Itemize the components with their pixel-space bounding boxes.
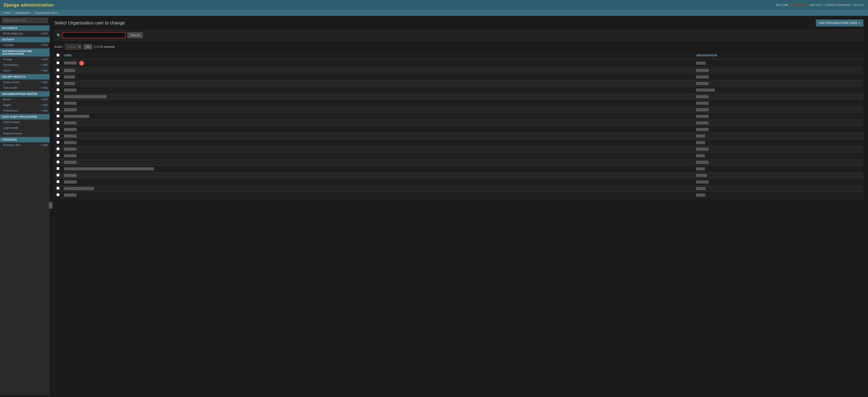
breadcrumb-home[interactable]: Home bbox=[4, 11, 11, 15]
sidebar-item-pages[interactable]: Pages + Add bbox=[0, 102, 50, 108]
sidebar-add-task-results[interactable]: + Add bbox=[40, 86, 48, 89]
row-checkbox[interactable] bbox=[57, 68, 59, 72]
sidebar-link-users[interactable]: Users bbox=[3, 69, 10, 72]
sidebar-item-boundary-files[interactable]: Boundary files + Add bbox=[0, 142, 50, 148]
row-checkbox[interactable] bbox=[57, 187, 59, 190]
sidebar-link-group-results[interactable]: Group results bbox=[3, 81, 20, 84]
row-user-cell[interactable] bbox=[62, 113, 694, 120]
row-user-cell[interactable] bbox=[62, 159, 694, 166]
row-checkbox[interactable] bbox=[57, 174, 59, 176]
sidebar-item-task-results[interactable]: Task results + Add bbox=[0, 85, 50, 91]
select-all-header[interactable] bbox=[54, 52, 62, 59]
row-checkbox-cell[interactable] bbox=[54, 192, 62, 198]
sidebar-link-crud-events[interactable]: CRUD events bbox=[3, 121, 20, 124]
sidebar-add-users[interactable]: + Add bbox=[40, 69, 48, 72]
row-checkbox-cell[interactable] bbox=[54, 172, 62, 179]
sidebar-link-blocks[interactable]: Blocks bbox=[3, 98, 11, 101]
sidebar-item-group-results[interactable]: Group results + Add bbox=[0, 80, 50, 85]
go-button[interactable]: Go bbox=[84, 44, 92, 49]
view-site-link[interactable]: VIEW SITE bbox=[809, 4, 822, 6]
sidebar-add-groups[interactable]: + Add bbox=[40, 58, 48, 61]
row-checkbox-cell[interactable] bbox=[54, 113, 62, 120]
row-checkbox[interactable] bbox=[57, 193, 59, 196]
row-checkbox-cell[interactable] bbox=[54, 120, 62, 126]
row-user-cell[interactable] bbox=[62, 126, 694, 133]
row-checkbox[interactable] bbox=[57, 88, 59, 91]
row-checkbox[interactable] bbox=[57, 121, 59, 124]
select-all-checkbox[interactable] bbox=[57, 54, 59, 57]
row-checkbox-cell[interactable] bbox=[54, 87, 62, 93]
sidebar-item-request-events[interactable]: Request events bbox=[0, 131, 50, 137]
sidebar-item-users[interactable]: Users + Add bbox=[0, 68, 50, 74]
action-select[interactable]: --------- bbox=[65, 44, 82, 50]
row-checkbox[interactable] bbox=[57, 102, 59, 104]
sidebar-link-permissions[interactable]: Permissions bbox=[3, 63, 18, 66]
row-checkbox[interactable] bbox=[57, 95, 59, 98]
sidebar-add-preferences[interactable]: + Add bbox=[40, 109, 48, 112]
breadcrumb-stakeholder[interactable]: Stakeholder bbox=[15, 11, 30, 15]
row-user-cell[interactable] bbox=[62, 192, 694, 198]
search-input[interactable] bbox=[62, 32, 126, 38]
row-checkbox-cell[interactable] bbox=[54, 107, 62, 113]
sidebar-add-activities[interactable]: + Add bbox=[40, 44, 48, 47]
sidebar-item-preferences[interactable]: Preferences + Add bbox=[0, 108, 50, 114]
sidebar-add-blocks[interactable]: + Add bbox=[40, 98, 48, 101]
row-user-cell[interactable] bbox=[62, 107, 694, 113]
sidebar-add-pages[interactable]: + Add bbox=[40, 104, 48, 107]
row-checkbox[interactable] bbox=[57, 147, 59, 150]
sidebar-item-blocks[interactable]: Blocks + Add bbox=[0, 97, 50, 102]
sidebar-link-groups[interactable]: Groups bbox=[3, 58, 12, 61]
row-checkbox-cell[interactable] bbox=[54, 59, 62, 67]
row-checkbox-cell[interactable] bbox=[54, 67, 62, 74]
site-title[interactable]: Django administration bbox=[4, 2, 54, 8]
sidebar-add-boundary-files[interactable]: + Add bbox=[40, 143, 48, 147]
row-user-cell[interactable] bbox=[62, 80, 694, 87]
row-checkbox[interactable] bbox=[57, 141, 59, 144]
row-checkbox-cell[interactable] bbox=[54, 74, 62, 80]
row-checkbox[interactable] bbox=[57, 180, 59, 183]
row-checkbox-cell[interactable] bbox=[54, 186, 62, 192]
sidebar-link-pages[interactable]: Pages bbox=[3, 104, 11, 107]
sidebar-item-groups[interactable]: Groups + Add bbox=[0, 57, 50, 62]
row-user-cell[interactable] bbox=[62, 152, 694, 159]
row-user-cell[interactable] bbox=[62, 87, 694, 93]
row-checkbox-cell[interactable] bbox=[54, 159, 62, 166]
row-checkbox-cell[interactable] bbox=[54, 100, 62, 107]
row-checkbox-cell[interactable] bbox=[54, 93, 62, 100]
row-checkbox[interactable] bbox=[57, 134, 59, 137]
sidebar-item-permissions[interactable]: Permissions + Add bbox=[0, 62, 50, 68]
search-button[interactable]: Search bbox=[127, 32, 143, 38]
row-user-cell[interactable] bbox=[62, 133, 694, 139]
row-user-cell[interactable]: 1 bbox=[62, 59, 694, 67]
row-user-cell[interactable] bbox=[62, 172, 694, 179]
sidebar-collapse-button[interactable]: « bbox=[49, 202, 53, 209]
sidebar-link-activities[interactable]: Activities bbox=[3, 44, 14, 47]
row-user-cell[interactable] bbox=[62, 166, 694, 172]
col-organisation[interactable]: ORGANISATION bbox=[694, 52, 864, 59]
add-organisation-user-button[interactable]: ADD ORGANISATION USER + bbox=[816, 20, 864, 27]
log-out-link[interactable]: LOG OUT bbox=[853, 4, 864, 6]
sidebar-item-login-events[interactable]: Login events bbox=[0, 125, 50, 131]
row-checkbox-cell[interactable] bbox=[54, 126, 62, 133]
sidebar-add-email-addresses[interactable]: + Add bbox=[40, 32, 48, 35]
sidebar-link-boundary-files[interactable]: Boundary files bbox=[3, 143, 20, 147]
row-user-cell[interactable] bbox=[62, 74, 694, 80]
row-checkbox[interactable] bbox=[57, 75, 59, 78]
row-checkbox-cell[interactable] bbox=[54, 80, 62, 87]
sidebar-filter-input[interactable] bbox=[2, 18, 48, 23]
row-checkbox-cell[interactable] bbox=[54, 139, 62, 146]
row-user-cell[interactable] bbox=[62, 186, 694, 192]
row-checkbox-cell[interactable] bbox=[54, 146, 62, 152]
row-user-cell[interactable] bbox=[62, 93, 694, 100]
row-checkbox[interactable] bbox=[57, 161, 59, 163]
sidebar-add-group-results[interactable]: + Add bbox=[40, 81, 48, 84]
row-checkbox-cell[interactable] bbox=[54, 179, 62, 186]
row-user-cell[interactable] bbox=[62, 120, 694, 126]
change-password-link[interactable]: CHANGE PASSWORD bbox=[825, 4, 850, 6]
row-checkbox[interactable] bbox=[57, 82, 59, 85]
row-checkbox[interactable] bbox=[57, 167, 59, 170]
col-user[interactable]: USER bbox=[62, 52, 694, 59]
sidebar-item-crud-events[interactable]: CRUD events bbox=[0, 119, 50, 125]
row-checkbox[interactable] bbox=[57, 61, 59, 64]
row-checkbox[interactable] bbox=[57, 127, 59, 131]
